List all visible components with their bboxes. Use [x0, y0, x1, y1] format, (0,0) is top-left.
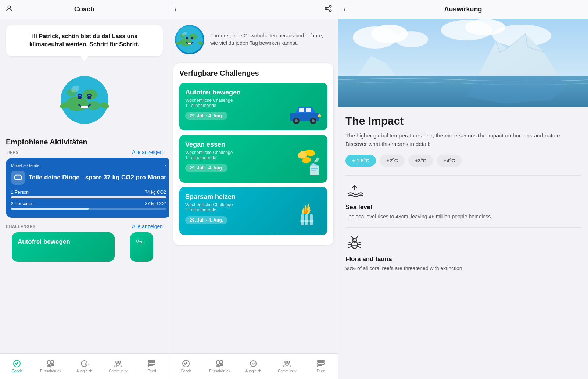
p2-earth-mascot — [175, 25, 204, 54]
sea-level-icon-area — [345, 182, 364, 201]
coach-icon — [12, 359, 22, 368]
svg-point-14 — [100, 111, 103, 116]
challenge-heizen[interactable]: Sparsam heizen Wöchentliche Challenge2 T… — [179, 187, 327, 235]
tip-bar-2-bg — [11, 208, 166, 210]
temp-pill-3[interactable]: +3°C — [408, 155, 433, 167]
panel1-header: Coach — [0, 0, 169, 19]
svg-rect-20 — [51, 364, 54, 366]
svg-rect-75 — [318, 365, 322, 367]
panel-coach: Coach Hi Patrick, schön bist du da! Lass… — [0, 0, 169, 379]
svg-rect-65 — [217, 361, 219, 364]
temp-pill-2[interactable]: +2°C — [380, 155, 405, 167]
nav2-feed-label: Feed — [317, 369, 325, 373]
svg-rect-62 — [310, 214, 313, 225]
challenge-autofrei-title: Autofrei bewegen — [185, 89, 322, 96]
earth-mascot-svg — [57, 72, 112, 128]
tipps-label: TIPPS — [6, 150, 18, 154]
challenge-vegan[interactable]: Vegan essen Wöchentliche Challenge1 Teil… — [179, 135, 327, 183]
svg-point-90 — [357, 236, 358, 237]
svg-rect-74 — [318, 363, 324, 364]
section-challenges-sub: CHALLENGES Alle anzeigen — [0, 222, 169, 232]
nav1-community-label: Community — [109, 369, 128, 373]
svg-point-8 — [87, 96, 91, 99]
share-icon-p2[interactable] — [324, 4, 333, 15]
temp-pill-4[interactable]: +4°C — [437, 155, 462, 167]
impact-main-title: The Impact — [345, 115, 581, 127]
bottom-nav-2: Coach Fussabdruck CO₂ Ausgleich — [169, 353, 338, 379]
svg-rect-19 — [51, 361, 54, 363]
nav1-feed-label: Feed — [148, 369, 156, 373]
nav1-fussabdruck-label: Fussabdruck — [40, 369, 61, 373]
alle-anzeigen-tipps[interactable]: Alle anzeigen — [132, 149, 163, 155]
back-icon-p3[interactable]: ‹ — [343, 5, 346, 14]
challenges-card: Verfügbare Challenges Autofrei bewegen W… — [173, 63, 333, 245]
challenge-autofrei-title: Autofrei bewegen — [18, 238, 70, 245]
tip-row-2: 2 Personen 37 kg CO2 — [11, 201, 166, 206]
svg-point-13 — [66, 111, 69, 116]
challenge-autofrei-badge: 29. Juli - 4. Aug. — [185, 112, 227, 120]
nav2-community[interactable]: Community — [270, 356, 304, 376]
svg-point-53 — [318, 114, 321, 117]
challenge-autofrei[interactable]: Autofrei bewegen Wöchentliche Challenge1… — [179, 83, 327, 130]
svg-rect-59 — [311, 170, 316, 171]
section-activities-title: Empfohlene Aktivitäten — [6, 138, 87, 146]
nav1-coach-label: Coach — [11, 369, 22, 373]
svg-point-52 — [312, 119, 315, 122]
svg-point-3 — [66, 96, 88, 111]
svg-rect-58 — [311, 168, 318, 169]
svg-point-31 — [330, 10, 331, 12]
temp-pill-1.5[interactable]: + 1.5°C — [345, 155, 376, 167]
svg-line-33 — [327, 9, 330, 10]
nav1-community[interactable]: Community — [101, 356, 135, 376]
car-svg — [288, 103, 323, 125]
nav1-coach[interactable]: Coach — [0, 356, 34, 376]
nav2-fussabdruck[interactable]: Fussabdruck — [203, 356, 237, 376]
challenge-autofrei-small[interactable]: Autofrei bewegen — [12, 232, 115, 262]
panel3-header: ‹ Auswirkung — [338, 0, 588, 19]
svg-rect-61 — [305, 214, 308, 225]
svg-point-0 — [8, 6, 10, 8]
iceberg-svg — [338, 19, 588, 107]
earth-mascot-container — [0, 62, 169, 133]
nav1-ausgleich[interactable]: CO₂ Ausgleich — [68, 356, 101, 376]
svg-rect-63 — [300, 220, 313, 222]
svg-point-7 — [78, 96, 82, 99]
flora-fauna-title: Flora and fauna — [345, 255, 581, 263]
svg-rect-26 — [148, 360, 155, 362]
svg-rect-28 — [148, 365, 153, 367]
nav2-coach[interactable]: Coach — [169, 356, 203, 376]
nav2-feed[interactable]: Feed — [304, 356, 338, 376]
challenge-vegan-small[interactable]: Veg... — [130, 232, 153, 262]
nav2-ausgleich[interactable]: CO₂ Ausgleich — [237, 356, 270, 376]
coach-icon-2 — [181, 359, 191, 368]
svg-point-89 — [351, 236, 352, 237]
back-icon-p2[interactable]: ‹ — [174, 5, 177, 14]
panel3-content: The Impact The higher global temperature… — [338, 19, 588, 379]
feed-icon-2 — [316, 359, 326, 368]
svg-rect-60 — [301, 214, 304, 225]
svg-text:CO₂: CO₂ — [252, 363, 257, 365]
challenge-heizen-badge: 29. Juli - 4. Aug. — [185, 216, 227, 224]
car-illustration — [288, 103, 323, 126]
community-icon — [113, 359, 123, 368]
panel2-header: ‹ — [169, 0, 338, 19]
sea-level-title: Sea level — [345, 204, 581, 211]
svg-point-38 — [189, 34, 197, 40]
panel1-title: Coach — [74, 6, 94, 13]
svg-line-32 — [327, 7, 330, 8]
sea-level-section: Sea level The sea level rises to 48cm, l… — [345, 175, 581, 227]
svg-rect-47 — [299, 108, 304, 112]
tip-card-moebel[interactable]: Möbel & Geräte › Teile deine Dinge - spa… — [6, 158, 169, 218]
tip-row-1: 1 Person 74 kg CO2 — [11, 190, 166, 195]
nav1-feed[interactable]: Feed — [135, 356, 169, 376]
tip-bar-1-bg — [11, 196, 166, 198]
section-tipps-sub: TIPPS Alle anzeigen — [0, 148, 169, 158]
svg-rect-42 — [188, 43, 191, 44]
nav2-community-label: Community — [278, 369, 297, 373]
ausgleich-icon-2: CO₂ — [248, 359, 258, 368]
bug-icon — [347, 235, 363, 251]
svg-rect-18 — [48, 361, 50, 364]
alle-anzeigen-challenges[interactable]: Alle anzeigen — [132, 224, 163, 229]
nav1-fussabdruck[interactable]: Fussabdruck — [34, 356, 68, 376]
user-icon[interactable] — [5, 4, 13, 14]
